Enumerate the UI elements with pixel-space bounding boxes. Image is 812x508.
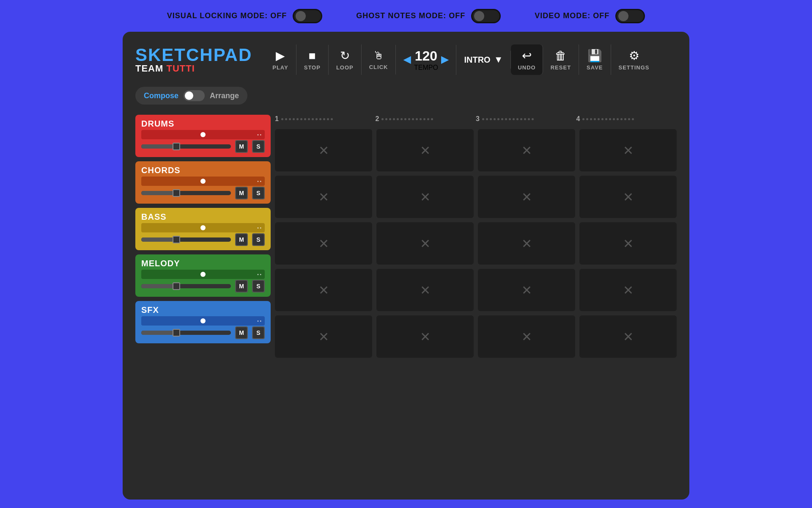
grid-cell-drums-beat3[interactable]: ✕ (478, 129, 575, 171)
grid-cell-sfx-beat2[interactable]: ✕ (376, 315, 474, 358)
grid-cell-drums-beat2[interactable]: ✕ (376, 129, 474, 171)
beat-dot (327, 118, 329, 120)
empty-cell-icon: ✕ (521, 283, 532, 298)
mode-switch[interactable] (184, 90, 205, 101)
settings-icon: ⚙ (629, 49, 639, 63)
track-solo-button-drums[interactable]: S (252, 140, 265, 153)
undo-label: UNDO (518, 64, 535, 71)
tempo-label: TEMPO (414, 64, 438, 72)
track-name-drums: DRUMS (141, 119, 265, 129)
empty-cell-icon: ✕ (420, 190, 431, 204)
ghost-notes-knob (474, 11, 484, 21)
mode-knob (185, 91, 193, 100)
beat-dot (501, 118, 503, 120)
tempo-up-arrow[interactable]: ▶ (441, 54, 448, 65)
undo-button[interactable]: ↩ UNDO (511, 44, 543, 75)
beat-dot (601, 118, 604, 120)
tempo-down-arrow[interactable]: ◀ (403, 54, 411, 65)
video-mode-group: VIDEO MODE: OFF (535, 9, 645, 23)
play-label: PLAY (272, 64, 288, 71)
grid-cell-drums-beat1[interactable]: ✕ (275, 129, 372, 171)
stop-label: STOP (304, 64, 321, 71)
grid-cell-chords-beat2[interactable]: ✕ (376, 176, 474, 218)
track-mute-button-drums[interactable]: M (235, 140, 248, 153)
beat-dot (420, 118, 422, 120)
grid-row-sfx: ✕✕✕✕ (275, 315, 677, 358)
app-header: SKETCHPAD TEAM TUTTI ▶ PLAY ■ STOP ↻ LOO… (135, 44, 677, 75)
loop-button[interactable]: ↻ LOOP (329, 44, 362, 75)
click-button[interactable]: 🖱 CLICK (362, 45, 396, 75)
track-name-chords: CHORDS (141, 166, 265, 175)
beat-number-2: 2 (376, 115, 379, 123)
track-solo-button-sfx[interactable]: S (252, 326, 265, 339)
click-icon: 🖱 (373, 49, 384, 62)
grid-cell-drums-beat4[interactable]: ✕ (579, 129, 677, 171)
beat-dot (605, 118, 607, 120)
settings-button[interactable]: ⚙ SETTINGS (611, 44, 657, 75)
visual-locking-toggle[interactable] (293, 9, 322, 23)
mode-toggle[interactable]: Compose Arrange (135, 87, 247, 105)
grid-cell-chords-beat4[interactable]: ✕ (579, 176, 677, 218)
ghost-notes-group: GHOST NOTES MODE: OFF (356, 9, 501, 23)
grid-cell-sfx-beat1[interactable]: ✕ (275, 315, 372, 358)
grid-row-bass: ✕✕✕✕ (275, 222, 677, 265)
track-mute-button-melody[interactable]: M (235, 280, 248, 293)
track-solo-button-melody[interactable]: S (252, 280, 265, 293)
stop-button[interactable]: ■ STOP (296, 45, 329, 75)
empty-cell-icon: ✕ (318, 329, 329, 344)
grid-cell-sfx-beat4[interactable]: ✕ (579, 315, 677, 358)
beat-dot (632, 118, 634, 120)
track-volume-slider-melody[interactable] (141, 284, 231, 288)
beat-dot (300, 118, 302, 120)
ghost-notes-toggle[interactable] (471, 9, 501, 23)
track-solo-button-bass[interactable]: S (252, 233, 265, 246)
play-button[interactable]: ▶ PLAY (265, 44, 296, 75)
grid-cell-melody-beat3[interactable]: ✕ (478, 269, 575, 311)
beat-dot (423, 118, 425, 120)
track-mute-button-bass[interactable]: M (235, 233, 248, 246)
grid-cell-chords-beat3[interactable]: ✕ (478, 176, 575, 218)
track-volume-slider-drums[interactable] (141, 144, 231, 149)
app-container: SKETCHPAD TEAM TUTTI ▶ PLAY ■ STOP ↻ LOO… (123, 32, 689, 500)
track-pitch-slider-melody[interactable]: • • (141, 270, 265, 279)
track-mute-button-sfx[interactable]: M (235, 326, 248, 339)
grid-cell-bass-beat2[interactable]: ✕ (376, 222, 474, 265)
track-controls-melody: M S (141, 280, 265, 293)
grid-cell-bass-beat1[interactable]: ✕ (275, 222, 372, 265)
track-mute-button-chords[interactable]: M (235, 187, 248, 199)
loop-icon: ↻ (340, 49, 350, 63)
grid-cell-melody-beat4[interactable]: ✕ (579, 269, 677, 311)
grid-cell-bass-beat3[interactable]: ✕ (478, 222, 575, 265)
grid-cell-melody-beat2[interactable]: ✕ (376, 269, 474, 311)
empty-cell-icon: ✕ (420, 283, 431, 298)
track-volume-slider-bass[interactable] (141, 237, 231, 242)
beat-dot (431, 118, 433, 120)
section-dropdown-icon[interactable]: ▼ (494, 54, 503, 65)
grid-cell-bass-beat4[interactable]: ✕ (579, 222, 677, 265)
track-volume-slider-sfx[interactable] (141, 331, 231, 335)
beat-dot (308, 118, 310, 120)
empty-cell-icon: ✕ (623, 190, 634, 204)
video-mode-toggle[interactable] (615, 9, 645, 23)
grid-cell-melody-beat1[interactable]: ✕ (275, 269, 372, 311)
track-volume-slider-chords[interactable] (141, 191, 231, 195)
beat-dot (609, 118, 611, 120)
beat-dot (401, 118, 403, 120)
grid-cell-chords-beat1[interactable]: ✕ (275, 176, 372, 218)
section-selector[interactable]: INTRO ▼ (456, 51, 511, 69)
track-pitch-slider-drums[interactable]: • • (141, 130, 265, 139)
empty-cell-icon: ✕ (420, 143, 431, 158)
track-pitch-slider-bass[interactable]: • • (141, 223, 265, 232)
beat-dot (598, 118, 600, 120)
beat-dot (494, 118, 496, 120)
track-pitch-slider-sfx[interactable]: • • (141, 316, 265, 326)
reset-button[interactable]: 🗑 RESET (543, 44, 579, 75)
beat-dot (482, 118, 484, 120)
track-pitch-slider-chords[interactable]: • • (141, 177, 265, 186)
beat-dot (594, 118, 596, 120)
grid-cell-sfx-beat3[interactable]: ✕ (478, 315, 575, 358)
top-bar: VISUAL LOCKING MODE: OFF GHOST NOTES MOD… (0, 0, 812, 32)
track-list: DRUMS • • M S CHORDS • • M S BAS (135, 115, 271, 358)
track-solo-button-chords[interactable]: S (252, 187, 265, 199)
save-button[interactable]: 💾 SAVE (579, 44, 611, 75)
